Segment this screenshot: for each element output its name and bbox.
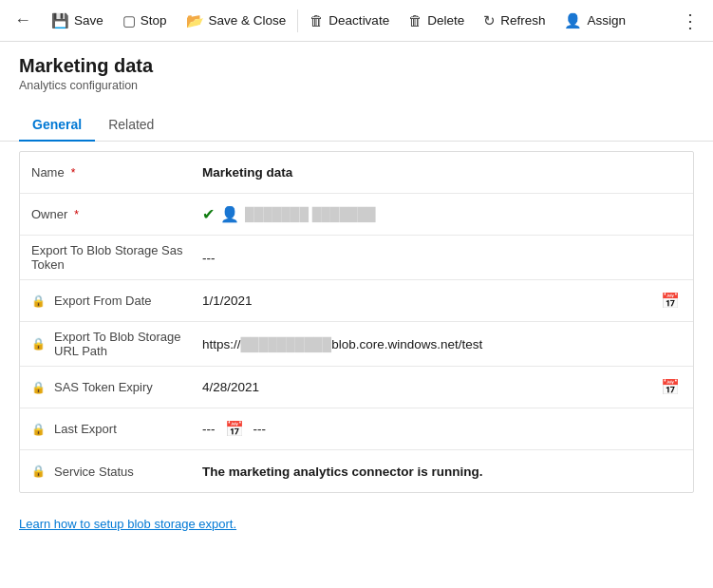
lock-icon-export-from: 🔒 [31, 294, 46, 308]
field-export-from-date-row: 🔒 Export From Date 1/1/2021 📅 [20, 280, 693, 322]
required-indicator: * [71, 166, 76, 180]
field-sas-expiry-label: 🔒 SAS Token Expiry [31, 380, 202, 394]
form-area: Name * Marketing data Owner * ✔ 👤 ██████… [0, 142, 713, 503]
owner-row: ✔ 👤 ███████ ███████ [202, 205, 682, 223]
field-sas-token-value: --- [202, 251, 682, 265]
assign-label: Assign [587, 13, 626, 28]
owner-name: ███████ ███████ [245, 207, 376, 221]
field-service-status-label: 🔒 Service Status [31, 465, 202, 479]
field-sas-expiry-value: 4/28/2021 📅 [202, 376, 682, 398]
last-export-value2: --- [253, 422, 267, 436]
save-button[interactable]: 💾 Save [42, 7, 113, 35]
toolbar: ← 💾 Save ▢ Stop 📂 Save & Close 🗑 Deactiv… [0, 0, 713, 42]
delete-icon: 🗑 [408, 12, 422, 28]
field-service-status-row: 🔒 Service Status The marketing analytics… [20, 450, 693, 492]
page-subtitle: Analytics configuration [19, 79, 694, 92]
field-name-row: Name * Marketing data [20, 152, 693, 194]
field-sas-token-label: Export To Blob Storage Sas Token [31, 243, 202, 272]
field-export-from-date-label: 🔒 Export From Date [31, 294, 202, 308]
refresh-icon: ↻ [483, 12, 496, 29]
form-section: Name * Marketing data Owner * ✔ 👤 ██████… [19, 151, 694, 493]
lock-icon-service-status: 🔒 [31, 465, 46, 478]
footer-link-area: Learn how to setup blob storage export. [0, 503, 713, 544]
refresh-button[interactable]: ↻ Refresh [474, 7, 554, 35]
back-button[interactable]: ← [8, 6, 38, 36]
tab-related[interactable]: Related [95, 109, 167, 142]
deactivate-icon: 🗑 [310, 12, 324, 28]
field-export-from-date-value: 1/1/2021 📅 [202, 290, 682, 312]
more-icon: ⋮ [681, 9, 700, 32]
export-from-date-calendar-button[interactable]: 📅 [659, 290, 682, 312]
assign-button[interactable]: 👤 Assign [554, 7, 635, 35]
page-header: Marketing data Analytics configuration [0, 42, 713, 92]
last-export-value1: --- [202, 422, 216, 436]
field-last-export-row: 🔒 Last Export --- 📅 --- [20, 408, 693, 450]
field-sas-expiry-row: 🔒 SAS Token Expiry 4/28/2021 📅 [20, 367, 693, 408]
deactivate-button[interactable]: 🗑 Deactivate [300, 7, 399, 34]
lock-icon-sas-expiry: 🔒 [31, 381, 46, 394]
stop-button[interactable]: ▢ Stop [113, 7, 177, 35]
save-label: Save [74, 13, 103, 28]
tab-general[interactable]: General [19, 109, 95, 142]
save-close-icon: 📂 [186, 12, 204, 29]
assign-icon: 👤 [564, 12, 582, 29]
delete-label: Delete [427, 13, 464, 28]
field-service-status-value: The marketing analytics connector is run… [202, 465, 682, 479]
owner-check-icon: ✔ [202, 205, 215, 223]
more-button[interactable]: ⋮ [675, 6, 705, 36]
lock-icon-last-export: 🔒 [31, 423, 46, 436]
save-close-label: Save & Close [209, 13, 287, 28]
toolbar-separator [297, 9, 298, 32]
owner-required-indicator: * [74, 208, 79, 221]
field-url-path-value: https://██████████blob.core.windows.net/… [202, 337, 682, 351]
lock-icon-url-path: 🔒 [31, 337, 46, 351]
stop-label: Stop [141, 13, 167, 28]
last-export-calendar-button[interactable]: 📅 [223, 418, 246, 440]
field-url-path-label: 🔒 Export To Blob Storage URL Path [31, 330, 202, 358]
field-owner-row: Owner * ✔ 👤 ███████ ███████ [20, 194, 693, 236]
field-name-label: Name * [31, 165, 202, 180]
refresh-label: Refresh [500, 13, 545, 28]
field-owner-label: Owner * [31, 207, 202, 221]
page-title: Marketing data [19, 55, 694, 77]
field-last-export-label: 🔒 Last Export [31, 422, 202, 436]
save-close-button[interactable]: 📂 Save & Close [177, 7, 296, 35]
field-last-export-value: --- 📅 --- [202, 418, 682, 440]
field-owner-value: ✔ 👤 ███████ ███████ [202, 205, 682, 223]
deactivate-label: Deactivate [328, 13, 389, 28]
delete-button[interactable]: 🗑 Delete [399, 7, 474, 34]
last-export-row: --- 📅 --- [202, 418, 682, 440]
field-name-value: Marketing data [202, 165, 682, 180]
stop-icon: ▢ [122, 12, 136, 29]
sas-expiry-calendar-button[interactable]: 📅 [659, 376, 682, 398]
save-icon: 💾 [51, 12, 69, 29]
field-sas-token-row: Export To Blob Storage Sas Token --- [20, 236, 693, 280]
field-url-path-row: 🔒 Export To Blob Storage URL Path https:… [20, 322, 693, 367]
owner-person-icon: 👤 [220, 205, 239, 223]
blob-storage-link[interactable]: Learn how to setup blob storage export. [19, 517, 236, 531]
tabs: General Related [0, 100, 713, 142]
